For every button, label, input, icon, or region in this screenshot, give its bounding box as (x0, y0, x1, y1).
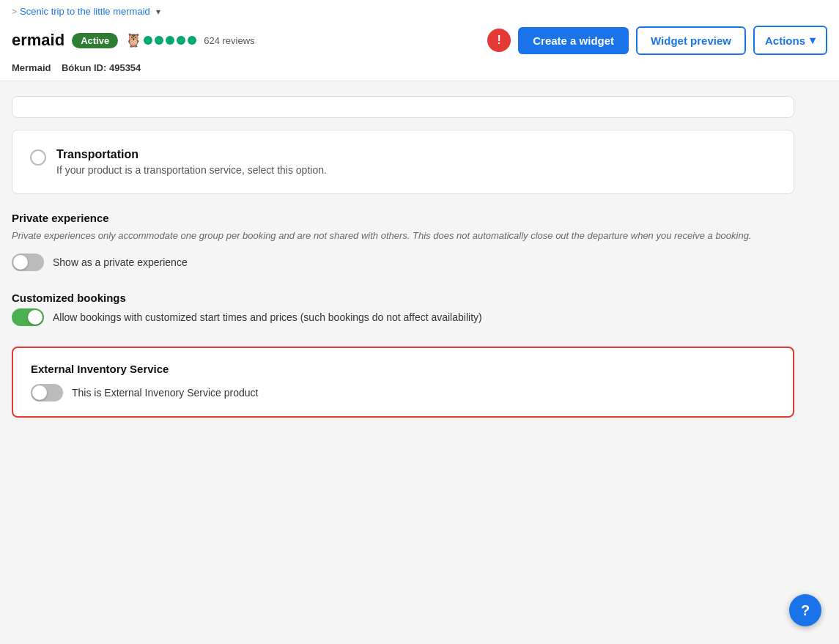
customized-bookings-toggle[interactable] (12, 308, 44, 326)
status-badge: Active (72, 33, 118, 48)
customized-bookings-toggle-row: Allow bookings with customized start tim… (12, 308, 794, 326)
breadcrumb: > Scenic trip to the little mermaid ▾ (12, 0, 827, 20)
help-button[interactable]: ? (789, 594, 821, 626)
rating-dot-4 (177, 36, 185, 45)
external-inventory-toggle[interactable] (31, 384, 63, 401)
rating-dot-5 (188, 36, 196, 45)
subtitle-prefix: Mermaid (12, 62, 51, 73)
tripadvisor-rating: 🦉 (125, 32, 196, 48)
breadcrumb-link[interactable]: Scenic trip to the little mermaid (20, 6, 150, 17)
private-experience-desc: Private experiences only accommodate one… (12, 229, 794, 243)
breadcrumb-chevron: > (12, 7, 17, 17)
title-row: ermaid Active 🦉 624 reviews ! Create a w… (12, 20, 827, 62)
transportation-title: Transportation (56, 148, 327, 161)
external-inventory-toggle-row: This is External Invenory Service produc… (31, 384, 775, 401)
reviews-count: 624 reviews (204, 35, 254, 46)
customized-bookings-toggle-label: Allow bookings with customized start tim… (53, 311, 482, 323)
create-widget-button[interactable]: Create a widget (518, 27, 629, 54)
customized-bookings-section: Customized bookings Allow bookings with … (12, 292, 794, 326)
customized-bookings-title: Customized bookings (12, 292, 794, 304)
actions-label: Actions (765, 34, 805, 47)
transportation-radio[interactable] (30, 149, 46, 166)
subtitle-row: Mermaid Bókun ID: 495354 (12, 62, 827, 81)
main-content: Transportation If your product is a tran… (0, 81, 806, 450)
breadcrumb-dropdown-icon[interactable]: ▾ (156, 7, 160, 17)
actions-dropdown-icon: ▾ (810, 34, 816, 47)
actions-button[interactable]: Actions ▾ (753, 26, 827, 55)
ext-toggle-thumb (32, 385, 47, 400)
widget-preview-button[interactable]: Widget preview (636, 26, 746, 55)
partial-card (12, 96, 794, 118)
title-actions: ! Create a widget Widget preview Actions… (487, 26, 827, 55)
bokun-id: 495354 (109, 62, 141, 73)
private-experience-title: Private experience (12, 212, 794, 224)
external-inventory-section: External Inventory Service This is Exter… (12, 347, 794, 418)
tripadvisor-owl-icon: 🦉 (125, 32, 141, 48)
toggle-thumb-on (28, 310, 42, 325)
transportation-option: Transportation If your product is a tran… (30, 148, 776, 176)
bokun-label: Bókun ID: (62, 62, 106, 73)
page-header: > Scenic trip to the little mermaid ▾ er… (0, 0, 839, 81)
transportation-text: Transportation If your product is a tran… (56, 148, 327, 176)
alert-icon[interactable]: ! (487, 29, 511, 52)
rating-dot-3 (166, 36, 174, 45)
product-title: ermaid (12, 31, 64, 50)
external-inventory-toggle-label: This is External Invenory Service produc… (72, 387, 258, 399)
transportation-description: If your product is a transportation serv… (56, 164, 327, 176)
toggle-thumb (13, 255, 28, 270)
rating-dot-1 (144, 36, 152, 45)
rating-dot-2 (155, 36, 163, 45)
private-experience-section: Private experience Private experiences o… (12, 212, 794, 271)
private-experience-toggle-row: Show as a private experience (12, 253, 794, 271)
private-experience-toggle[interactable] (12, 253, 44, 271)
external-inventory-title: External Inventory Service (31, 363, 775, 375)
title-left: ermaid Active 🦉 624 reviews (12, 31, 255, 50)
transportation-card: Transportation If your product is a tran… (12, 130, 794, 194)
private-experience-toggle-label: Show as a private experience (53, 256, 188, 268)
